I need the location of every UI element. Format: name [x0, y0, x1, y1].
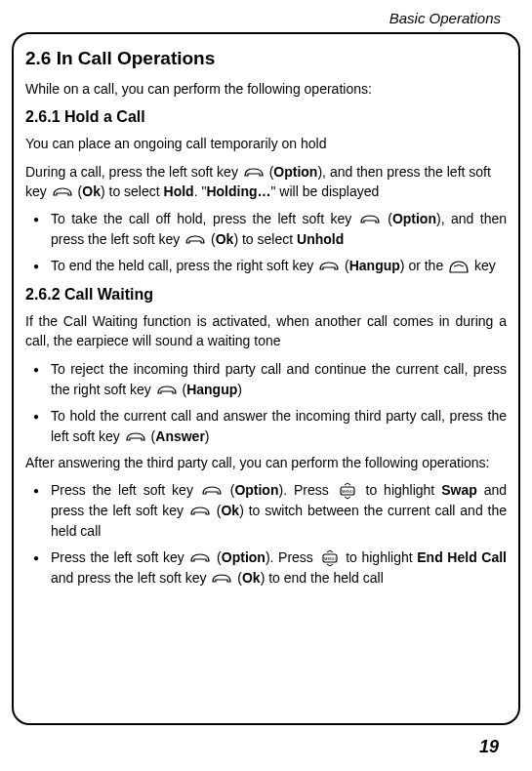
softkey-left-icon: [189, 505, 211, 518]
softkey-left-icon: [125, 430, 146, 444]
list-item: To hold the current call and answer the …: [25, 406, 507, 447]
softkey-left-icon: [243, 166, 265, 180]
nav-up-down-icon: MENU: [337, 482, 358, 500]
svg-text:MENU: MENU: [342, 489, 353, 494]
page-header: Basic Operations: [12, 8, 520, 32]
sub2-list2: Press the left soft key (Option). Press …: [25, 480, 507, 588]
sub2-list1: To reject the incoming third party call …: [25, 359, 507, 447]
list-item: Press the left soft key (Option). Press …: [25, 480, 507, 542]
section-heading: 2.6 In Call Operations: [25, 48, 507, 69]
page-number: 19: [12, 725, 520, 757]
softkey-left-icon: [189, 551, 211, 565]
header-title: Basic Operations: [389, 10, 501, 26]
list-item: Press the left soft key (Option). Press …: [25, 548, 507, 588]
sub2-p1: If the Call Waiting function is activate…: [25, 311, 507, 351]
nav-up-down-icon: MENU: [319, 549, 341, 567]
page-frame: 2.6 In Call Operations While on a call, …: [12, 32, 520, 725]
sub2-heading: 2.6.2 Call Waiting: [25, 286, 507, 304]
softkey-left-icon: [359, 213, 381, 226]
sub2-p2: After answering the third party call, yo…: [25, 453, 507, 472]
end-call-icon: [448, 258, 470, 275]
sub1-list: To take the call off hold, press the lef…: [25, 209, 507, 276]
softkey-right-icon: [156, 384, 178, 397]
section-intro: While on a call, you can perform the fol…: [25, 79, 507, 99]
softkey-left-icon: [52, 185, 73, 199]
svg-text:MENU: MENU: [324, 556, 336, 561]
sub1-p2: During a call, press the left soft key (…: [25, 162, 507, 202]
list-item: To reject the incoming third party call …: [25, 359, 507, 400]
softkey-left-icon: [201, 484, 223, 498]
list-item: To take the call off hold, press the lef…: [25, 209, 507, 250]
softkey-left-icon: [184, 233, 206, 247]
softkey-right-icon: [318, 260, 340, 273]
sub1-heading: 2.6.1 Hold a Call: [25, 108, 507, 126]
softkey-left-icon: [211, 572, 232, 586]
list-item: To end the held call, press the right so…: [25, 256, 507, 276]
sub1-p1: You can place an ongoing call temporaril…: [25, 134, 507, 153]
